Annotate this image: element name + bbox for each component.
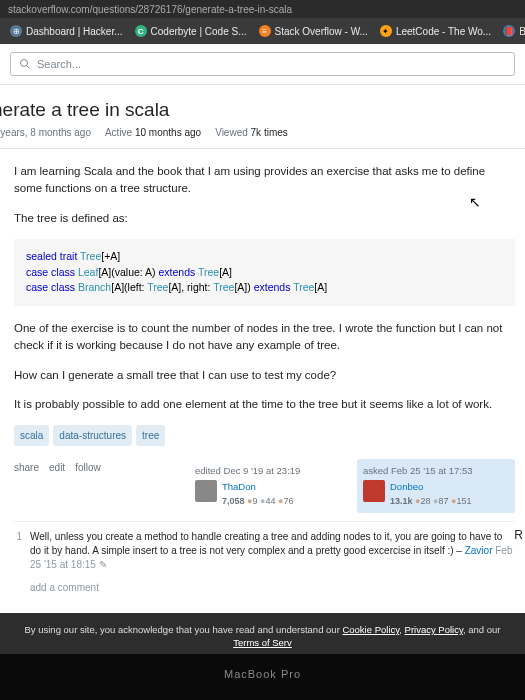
bookmark-item[interactable]: ≡Stack Overflow - W...	[255, 23, 372, 39]
search-icon	[19, 58, 31, 70]
page-content: Search... nerate a tree in scala 5 years…	[0, 44, 525, 654]
cutoff-char: R	[514, 528, 523, 542]
leet-icon: ✦	[380, 25, 392, 37]
terms-link[interactable]: Terms of Serv	[233, 637, 292, 648]
privacy-policy-link[interactable]: Privacy Policy	[405, 624, 463, 635]
edited-card: edited Dec 9 '19 at 23:19 ThaDon 7,058 ●…	[189, 459, 347, 513]
tag-data-structures[interactable]: data-structures	[53, 425, 132, 446]
bookmark-label: Stack Overflow - W...	[275, 26, 368, 37]
question-meta: 5 years, 8 months ago Active 10 months a…	[0, 127, 525, 149]
para: The tree is defined as:	[14, 210, 515, 227]
editor-stats: 7,058 ●9 ●44 ●76	[222, 495, 293, 509]
comment-text: Well, unless you create a method to hand…	[30, 530, 515, 572]
edited-time: edited Dec 9 '19 at 23:19	[195, 464, 341, 478]
asked-time: asked Feb 25 '15 at 17:53	[363, 464, 509, 478]
tags-row: scaladata-structurestree	[14, 425, 515, 446]
bookmark-label: Book De	[519, 26, 525, 37]
tag-scala[interactable]: scala	[14, 425, 49, 446]
top-bar: Search...	[0, 44, 525, 85]
coder-icon: C	[135, 25, 147, 37]
comment-user[interactable]: Zavior	[465, 545, 493, 556]
meta-viewed: Viewed 7k times	[215, 127, 288, 138]
asked-card: asked Feb 25 '15 at 17:53 Donbeo 13.1k ●…	[357, 459, 515, 513]
question-body: I am learning Scala and the book that I …	[0, 149, 525, 603]
comments: 1 Well, unless you create a method to ha…	[14, 521, 515, 603]
bookmarks-bar: ⊕Dashboard | Hacker...CCoderbyte | Code …	[0, 18, 525, 44]
globe-icon: ⊕	[10, 25, 22, 37]
meta-active: Active 10 months ago	[105, 127, 201, 138]
bookmark-item[interactable]: 📕Book De	[499, 23, 525, 39]
asker-name[interactable]: Donbeo	[390, 480, 471, 494]
avatar	[195, 480, 217, 502]
bookmark-label: LeetCode - The Wo...	[396, 26, 491, 37]
para: I am learning Scala and the book that I …	[14, 163, 515, 198]
tag-tree[interactable]: tree	[136, 425, 165, 446]
para: How can I generate a small tree that I c…	[14, 367, 515, 384]
search-input[interactable]: Search...	[10, 52, 515, 76]
svg-line-1	[27, 66, 30, 69]
user-cards: edited Dec 9 '19 at 23:19 ThaDon 7,058 ●…	[14, 459, 515, 521]
bookmark-item[interactable]: ⊕Dashboard | Hacker...	[6, 23, 127, 39]
comment-score: 1	[14, 530, 22, 572]
cookie-banner: By using our site, you acknowledge that …	[0, 613, 525, 654]
so-icon: ≡	[259, 25, 271, 37]
question-title: nerate a tree in scala	[0, 95, 525, 127]
bookmark-item[interactable]: CCoderbyte | Code S...	[131, 23, 251, 39]
add-comment-link[interactable]: add a comment	[14, 576, 515, 603]
search-placeholder: Search...	[37, 58, 81, 70]
editor-name[interactable]: ThaDon	[222, 480, 293, 494]
bookmark-label: Dashboard | Hacker...	[26, 26, 123, 37]
meta-asked: 5 years, 8 months ago	[0, 127, 91, 138]
asker-stats: 13.1k ●28 ●87 ●151	[390, 495, 471, 509]
bookmark-item[interactable]: ✦LeetCode - The Wo...	[376, 23, 495, 39]
code-block: sealed trait Tree[+A]case class Leaf[A](…	[14, 239, 515, 306]
bookmark-label: Coderbyte | Code S...	[151, 26, 247, 37]
book-icon: 📕	[503, 25, 515, 37]
para: It is probably possible to add one eleme…	[14, 396, 515, 413]
avatar	[363, 480, 385, 502]
url-bar[interactable]: stackoverflow.com/questions/28726176/gen…	[0, 0, 525, 18]
para: One of the exercise is to count the numb…	[14, 320, 515, 355]
macbook-label: MacBook Pro	[0, 654, 525, 700]
comment: 1 Well, unless you create a method to ha…	[14, 528, 515, 576]
cookie-policy-link[interactable]: Cookie Policy	[342, 624, 399, 635]
svg-point-0	[21, 60, 28, 67]
